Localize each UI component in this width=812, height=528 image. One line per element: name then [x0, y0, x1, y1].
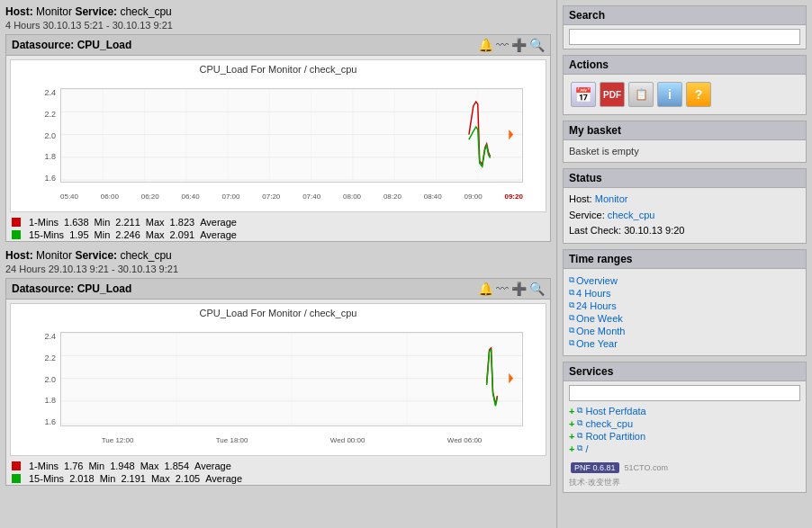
help-action-icon[interactable]: ?	[686, 82, 711, 107]
status-text: Host: Monitor Service: check_cpu Last Ch…	[569, 192, 800, 239]
service-label-1: Service:	[75, 5, 117, 18]
x-label-1-11: 09:20	[504, 192, 522, 201]
status-host-link[interactable]: Monitor	[595, 193, 628, 204]
y-label-2-1: 2.2	[38, 353, 56, 362]
search-input[interactable]	[569, 29, 800, 45]
stat-label-1-0: 1-Mins	[29, 217, 59, 228]
y-label-1-2: 2.0	[38, 131, 56, 140]
stat-avg-2-1: Average	[205, 473, 242, 484]
export-action-icon[interactable]: 📋	[628, 82, 654, 107]
x-label-1-2: 06:20	[141, 192, 159, 201]
legend-red-1	[12, 218, 21, 227]
host-service-header-1: Host: Monitor Service: check_cpu	[5, 5, 551, 18]
service-checkcpu-link[interactable]: check_cpu	[585, 418, 633, 429]
service-slash-link[interactable]: /	[585, 443, 588, 454]
service-value-1: check_cpu	[120, 5, 171, 18]
add-icon-1[interactable]: ➕	[511, 38, 527, 52]
stats-row-1-1: 15-Mins 1.95 Min 2.246 Max 2.091 Average	[6, 228, 550, 241]
pnf-row: PNF 0.6.81 51CTO.com	[569, 461, 800, 475]
x-label-2-0: Tue 12:00	[102, 436, 134, 444]
host-label-1: Host:	[5, 5, 33, 18]
services-list: + ⧉ Host Perfdata + ⧉ check_cpu + ⧉ Root…	[569, 405, 800, 455]
datasource-box-2: Datasource: CPU_Load 🔔 〰 ➕ 🔍 CPU_Load Fo…	[5, 278, 551, 486]
x-label-2-2: Wed 00:00	[330, 436, 365, 444]
stat-max-label-1-0: Max	[146, 217, 165, 228]
add-icon-2[interactable]: ➕	[511, 282, 527, 296]
stat-val-1-1: 1.95	[69, 229, 88, 240]
y-label-2-4: 1.6	[38, 417, 56, 426]
ext-icon: ⧉	[577, 443, 582, 453]
y-label-1-0: 2.4	[38, 88, 56, 97]
ext-icon: ⧉	[569, 275, 574, 285]
service-hostperfdata-link[interactable]: Host Perfdata	[585, 406, 645, 416]
y-axis-1: 2.4 2.2 2.0 1.8 1.6	[38, 88, 56, 183]
zoom-icon-2[interactable]: 🔍	[529, 282, 545, 296]
stat-label-2-0: 1-Mins	[29, 461, 59, 471]
chart-inner-1: 2.4 2.2 2.0 1.8 1.6	[11, 75, 546, 205]
stat-val-1-0: 1.638	[64, 217, 89, 228]
calendar-action-icon[interactable]: 📅	[571, 82, 596, 107]
status-lastcheck-label: Last Check:	[569, 225, 621, 236]
timerange-oneweek-link[interactable]: ⧉ One Week	[569, 313, 800, 324]
wave-icon-2[interactable]: 〰	[496, 282, 509, 296]
search-title: Search	[564, 6, 806, 25]
services-section: Services + ⧉ Host Perfdata + ⧉ check_cpu…	[563, 362, 807, 493]
timeranges-list: ⧉ Overview ⧉ 4 Hours ⧉ 24 Hours ⧉ One We…	[569, 273, 800, 352]
info-action-icon[interactable]: i	[657, 82, 682, 107]
bell-icon-1[interactable]: 🔔	[478, 38, 493, 52]
chart-area-1: CPU_Load For Monitor / check_cpu 2.4 2.2…	[10, 59, 546, 212]
status-host-label: Host:	[569, 193, 592, 204]
zoom-icon-1[interactable]: 🔍	[529, 38, 545, 52]
timeranges-title: Time ranges	[564, 250, 806, 269]
wave-icon-1[interactable]: 〰	[496, 38, 509, 52]
services-search-input[interactable]	[569, 385, 800, 401]
svg-marker-15	[509, 130, 513, 139]
stat-min-label-2-0: Min	[88, 461, 104, 471]
datasource-title-1: Datasource: CPU_Load	[12, 39, 131, 51]
list-item: ⧉ One Year	[569, 337, 800, 350]
service-value-2: check_cpu	[120, 249, 171, 262]
watermark1: 51CTO.com	[625, 463, 668, 472]
list-item: ⧉ 4 Hours	[569, 287, 800, 300]
stats-row-2-1: 15-Mins 2.018 Min 2.191 Max 2.105 Averag…	[6, 472, 550, 485]
pdf-action-icon[interactable]: PDF	[600, 82, 625, 107]
timerange-4hours-link[interactable]: ⧉ 4 Hours	[569, 288, 800, 299]
legend-green-1	[12, 230, 21, 239]
services-title: Services	[564, 362, 806, 381]
green-dot: +	[569, 443, 574, 454]
time-range-2: 24 Hours 29.10.13 9:21 - 30.10.13 9:21	[5, 264, 551, 274]
stat-label-1-1: 15-Mins	[29, 229, 64, 240]
timerange-oneyear-link[interactable]: ⧉ One Year	[569, 338, 800, 349]
host-label-2: Host:	[5, 249, 33, 262]
y-label-2-0: 2.4	[38, 332, 56, 341]
ext-icon: ⧉	[569, 338, 574, 348]
stat-max-label-1-1: Max	[146, 229, 165, 240]
datasource-box-1: Datasource: CPU_Load 🔔 〰 ➕ 🔍 CPU_Load Fo…	[5, 34, 551, 242]
service-rootpartition-link[interactable]: Root Partition	[585, 431, 645, 442]
list-item: ⧉ Overview	[569, 274, 800, 287]
timerange-overview-link[interactable]: ⧉ Overview	[569, 275, 800, 286]
chart-plot-1	[60, 88, 523, 183]
basket-section: My basket Basket is empty	[563, 121, 807, 163]
chart-svg-2	[61, 333, 522, 425]
status-service-link[interactable]: check_cpu	[608, 210, 655, 220]
timerange-onemonth-link[interactable]: ⧉ One Month	[569, 326, 800, 336]
list-item: + ⧉ Host Perfdata	[569, 405, 800, 417]
status-service-label: Service:	[569, 210, 605, 220]
ext-icon: ⧉	[569, 300, 574, 310]
stat-avg-2-0: Average	[194, 461, 231, 471]
green-dot: +	[569, 406, 574, 416]
status-content: Host: Monitor Service: check_cpu Last Ch…	[564, 188, 806, 243]
actions-section: Actions 📅 PDF 📋 i ?	[563, 55, 807, 115]
pnf-badge: PNF 0.6.81	[571, 462, 619, 473]
y-label-2-3: 1.8	[38, 396, 56, 405]
legend-green-2	[12, 474, 21, 483]
green-dot: +	[569, 418, 574, 429]
status-title: Status	[564, 169, 806, 188]
ext-icon: ⧉	[577, 406, 582, 416]
action-icons-row: 📅 PDF 📋 i ?	[569, 78, 800, 111]
bell-icon-2[interactable]: 🔔	[478, 282, 493, 296]
y-label-1-4: 1.6	[38, 174, 56, 183]
timerange-24hours-link[interactable]: ⧉ 24 Hours	[569, 300, 800, 311]
legend-red-2	[12, 461, 21, 470]
